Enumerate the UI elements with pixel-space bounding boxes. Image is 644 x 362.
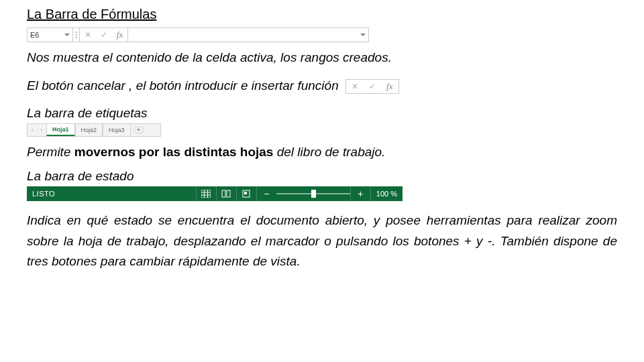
svg-rect-5 bbox=[222, 190, 225, 197]
zoom-out-button[interactable]: − bbox=[256, 186, 276, 201]
paragraph-3: Permite movernos por las distintas hojas… bbox=[27, 142, 617, 162]
svg-rect-8 bbox=[244, 192, 247, 194]
svg-rect-6 bbox=[227, 190, 230, 197]
formula-input[interactable] bbox=[128, 28, 358, 42]
p3-post: del libro de trabajo. bbox=[273, 145, 385, 159]
sheet-tabs-bar: ‹ › Hoja1 Hoja2 Hoja3 + bbox=[27, 123, 161, 137]
paragraph-1: Nos muestra el contenido de la celda act… bbox=[27, 48, 617, 68]
fx-icon: fx bbox=[117, 29, 123, 40]
cancel-button[interactable]: ✕ bbox=[80, 28, 96, 42]
drag-handle-icon[interactable] bbox=[73, 28, 80, 42]
insert-function-button-small[interactable]: fx bbox=[381, 80, 398, 93]
enter-button[interactable]: ✓ bbox=[96, 28, 112, 42]
svg-rect-0 bbox=[201, 190, 211, 198]
p3-pre: Permite bbox=[27, 145, 74, 159]
check-icon: ✓ bbox=[369, 82, 376, 91]
x-icon: ✕ bbox=[352, 82, 358, 91]
zoom-percent[interactable]: 100 % bbox=[370, 186, 402, 201]
heading-formula-bar: La Barra de Fórmulas bbox=[27, 7, 617, 22]
insert-function-button[interactable]: fx bbox=[112, 28, 128, 42]
slider-track bbox=[276, 193, 350, 194]
plus-icon: + bbox=[137, 127, 141, 133]
slider-thumb[interactable] bbox=[311, 190, 316, 198]
sheet-tab-hoja1[interactable]: Hoja1 bbox=[46, 124, 75, 136]
page-break-icon bbox=[241, 190, 251, 198]
title-formulas: Fórmulas bbox=[101, 7, 156, 21]
paragraph-2: El botón cancelar , el botón introducir … bbox=[27, 76, 339, 96]
view-page-layout-button[interactable] bbox=[216, 186, 236, 201]
formula-button-trio: ✕ ✓ fx bbox=[345, 79, 399, 94]
check-icon: ✓ bbox=[101, 30, 107, 40]
chevron-left-icon: ‹ bbox=[32, 127, 34, 133]
chevron-right-icon: › bbox=[41, 127, 43, 133]
document-page: La Barra de Fórmulas E6 ✕ ✓ fx Nos muest… bbox=[0, 0, 644, 284]
fx-icon: fx bbox=[386, 81, 392, 92]
zoom-in-button[interactable]: + bbox=[350, 186, 370, 201]
zoom-slider[interactable] bbox=[276, 186, 350, 201]
paragraph-4: Indica en qué estado se encuentra el doc… bbox=[27, 210, 617, 272]
prev-sheet-button[interactable]: ‹ bbox=[28, 127, 37, 133]
plus-icon: + bbox=[358, 188, 363, 199]
enter-button-small[interactable]: ✓ bbox=[364, 80, 381, 93]
row-buttons-desc: El botón cancelar , el botón introducir … bbox=[27, 73, 617, 99]
page-layout-icon bbox=[221, 190, 231, 198]
next-sheet-button[interactable]: › bbox=[37, 127, 46, 133]
heading-status-bar: La barra de estado bbox=[27, 169, 617, 184]
heading-sheet-tabs: La barra de etiquetas bbox=[27, 106, 617, 121]
name-box-value: E6 bbox=[30, 31, 39, 39]
sheet-tab-hoja3[interactable]: Hoja3 bbox=[103, 124, 131, 136]
sheet-tab-hoja2[interactable]: Hoja2 bbox=[75, 124, 103, 136]
status-label: LISTO bbox=[27, 190, 196, 198]
x-icon: ✕ bbox=[85, 30, 91, 40]
p3-bold: movernos por las distintas hojas bbox=[74, 145, 274, 159]
minus-icon: − bbox=[264, 188, 269, 199]
add-sheet-button[interactable]: + bbox=[133, 126, 144, 134]
formula-bar: E6 ✕ ✓ fx bbox=[27, 27, 369, 42]
view-normal-button[interactable] bbox=[196, 186, 216, 201]
status-bar: LISTO − + 100 % bbox=[27, 186, 402, 201]
cancel-button-small[interactable]: ✕ bbox=[346, 80, 364, 93]
name-box[interactable]: E6 bbox=[28, 28, 73, 42]
title-de: de bbox=[82, 7, 101, 21]
view-page-break-button[interactable] bbox=[236, 186, 256, 201]
grid-icon bbox=[201, 190, 211, 198]
title-prefix: La Barra bbox=[27, 7, 82, 21]
expand-formula-bar-button[interactable] bbox=[358, 28, 368, 42]
